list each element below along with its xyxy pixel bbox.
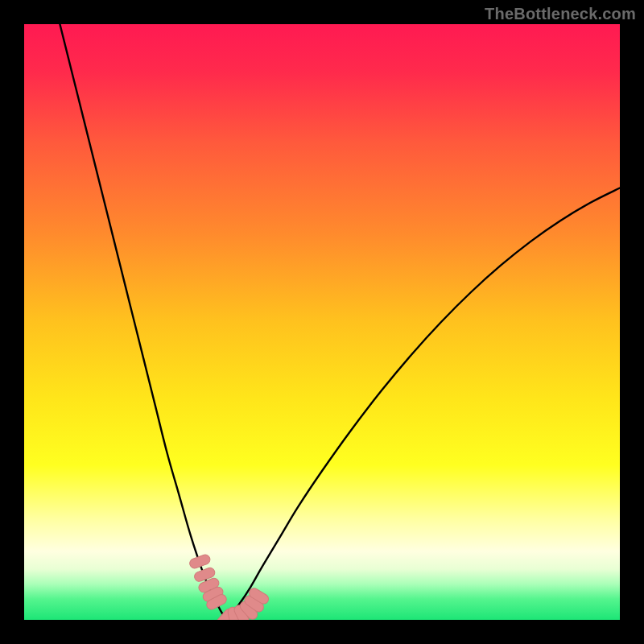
bottleneck-curve-chart [24,24,620,620]
gradient-background [24,24,620,620]
watermark-text: TheBottleneck.com [485,5,636,23]
plot-area [24,24,620,620]
chart-container: TheBottleneck.com [0,0,644,644]
